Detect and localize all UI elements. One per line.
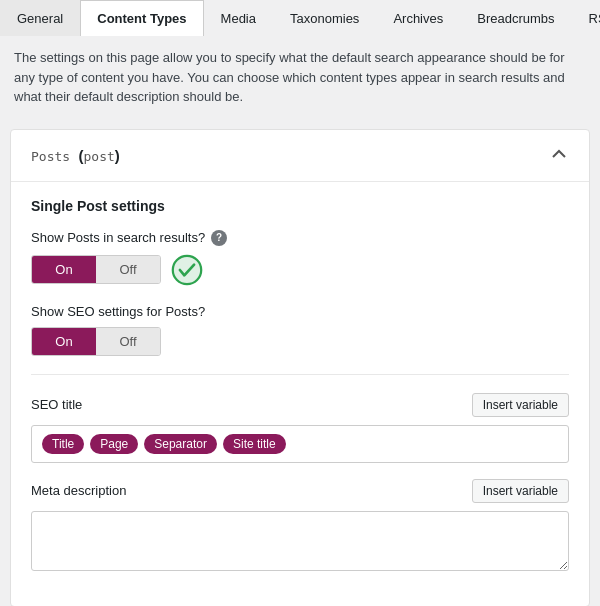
seo-title-tags: Title Page Separator Site title — [31, 425, 569, 463]
show-seo-label: Show SEO settings for Posts? — [31, 304, 569, 319]
toggle-on[interactable]: On — [32, 256, 96, 283]
tag-separator: Separator — [144, 434, 217, 454]
show-in-search-label: Show Posts in search results? ? — [31, 230, 569, 246]
show-seo-row: Show SEO settings for Posts? On Off — [31, 304, 569, 356]
help-icon[interactable]: ? — [211, 230, 227, 246]
tag-page: Page — [90, 434, 138, 454]
meta-description-textarea[interactable] — [31, 511, 569, 571]
svg-point-1 — [173, 255, 201, 283]
meta-description-row: Meta description Insert variable — [31, 479, 569, 574]
card-title: Posts (post) — [31, 147, 120, 164]
show-seo-toggle: On Off — [31, 327, 569, 356]
tab-content-types[interactable]: Content Types — [80, 0, 203, 36]
tag-site-title: Site title — [223, 434, 286, 454]
seo-toggle-off[interactable]: Off — [96, 328, 160, 355]
page-description: The settings on this page allow you to s… — [0, 36, 600, 119]
tab-archives[interactable]: Archives — [376, 0, 460, 36]
show-in-search-toggle: On Off — [31, 254, 569, 286]
card-header: Posts (post) — [11, 130, 589, 182]
meta-description-insert-variable-button[interactable]: Insert variable — [472, 479, 569, 503]
tag-title: Title — [42, 434, 84, 454]
tabs-nav: General Content Types Media Taxonomies A… — [0, 0, 600, 36]
tab-taxonomies[interactable]: Taxonomies — [273, 0, 376, 36]
tab-general[interactable]: General — [0, 0, 80, 36]
seo-toggle-on[interactable]: On — [32, 328, 96, 355]
meta-description-label: Meta description — [31, 483, 126, 498]
search-results-toggle-button[interactable]: On Off — [31, 255, 161, 284]
seo-title-label: SEO title — [31, 397, 82, 412]
section-title: Single Post settings — [31, 198, 569, 214]
seo-title-header: SEO title Insert variable — [31, 393, 569, 417]
divider — [31, 374, 569, 375]
tab-media[interactable]: Media — [204, 0, 273, 36]
seo-title-insert-variable-button[interactable]: Insert variable — [472, 393, 569, 417]
meta-description-header: Meta description Insert variable — [31, 479, 569, 503]
card-body: Single Post settings Show Posts in searc… — [11, 182, 589, 606]
post-type-label: post — [83, 149, 114, 164]
show-in-search-row: Show Posts in search results? ? On Off — [31, 230, 569, 286]
tab-rss[interactable]: RSS — [572, 0, 600, 36]
check-icon — [171, 254, 203, 286]
seo-settings-toggle-button[interactable]: On Off — [31, 327, 161, 356]
collapse-button[interactable] — [549, 144, 569, 167]
toggle-off[interactable]: Off — [96, 256, 160, 283]
posts-card: Posts (post) Single Post settings Show P… — [10, 129, 590, 607]
card-title-text: Posts — [31, 149, 70, 164]
tab-breadcrumbs[interactable]: Breadcrumbs — [460, 0, 571, 36]
seo-title-row: SEO title Insert variable Title Page Sep… — [31, 393, 569, 463]
